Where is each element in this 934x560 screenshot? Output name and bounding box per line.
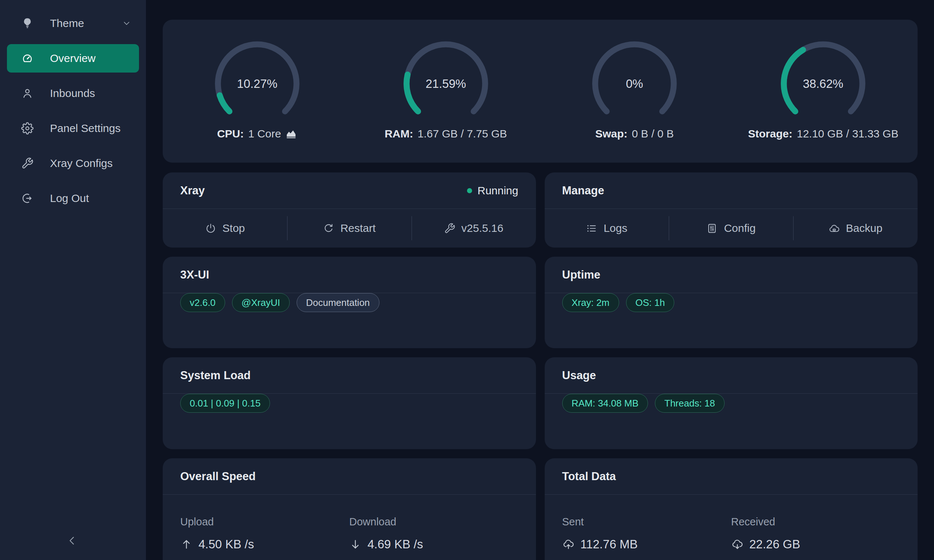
sidebar-item-panel-settings[interactable]: Panel Settings	[0, 111, 146, 146]
download-label: Download	[349, 516, 518, 528]
uptime-card: Uptime Xray: 2mOS: 1h	[545, 257, 918, 348]
card-title: Xray	[180, 184, 205, 197]
card-title: Overall Speed	[180, 470, 256, 483]
status-dot-icon	[467, 188, 472, 193]
config-button[interactable]: Config	[669, 209, 793, 248]
main-content: 10.27%CPU:1 Core 21.59%RAM:1.67 GB / 7.7…	[163, 20, 918, 560]
upload-stat: Upload4.50 KB /s	[180, 516, 349, 551]
card-title: Usage	[562, 369, 596, 382]
tag-0-01-0-09-0-15: 0.01 | 0.09 | 0.15	[180, 394, 270, 413]
uptime-tags: Xray: 2mOS: 1h	[545, 293, 918, 312]
theme-label: Theme	[50, 17, 84, 29]
tag-threads-18: Threads: 18	[655, 394, 724, 413]
list-icon	[586, 223, 597, 234]
logout-icon	[21, 192, 34, 205]
total-data-stats: Sent112.76 MBReceived22.26 GB	[545, 495, 918, 551]
stat-value-text: 22.26 GB	[749, 537, 800, 551]
gauge-label-value: 0 B / 0 B	[632, 128, 674, 140]
person-icon	[21, 87, 34, 100]
sidebar-item-inbounds[interactable]: Inbounds	[0, 76, 146, 111]
manage-actions: LogsConfigBackup	[545, 209, 918, 248]
gauge-arc: 10.27%	[212, 38, 303, 117]
gauge-storage-label: Storage:12.10 GB / 31.33 GB	[748, 128, 898, 140]
bulb-icon	[21, 17, 34, 30]
sidebar-item-log-out[interactable]: Log Out	[0, 181, 146, 216]
arrow-up-icon	[180, 538, 193, 551]
received-label: Received	[731, 516, 900, 528]
system-load-card-header: System Load	[163, 357, 536, 394]
sent-value: 112.76 MB	[562, 537, 731, 551]
sent-label: Sent	[562, 516, 731, 528]
gauge-arc: 0%	[589, 38, 680, 117]
stat-value-text: 4.69 KB /s	[367, 537, 423, 551]
sidebar-collapse-button[interactable]	[61, 530, 83, 552]
received-stat: Received22.26 GB	[731, 516, 900, 551]
gauge-label-bold: CPU:	[217, 128, 244, 140]
sidebar-item-label: Overview	[50, 52, 96, 65]
tag-xrayui[interactable]: @XrayUI	[232, 293, 290, 312]
tag-documentation[interactable]: Documentation	[297, 293, 379, 312]
download-stat: Download4.69 KB /s	[349, 516, 518, 551]
backup-button[interactable]: Backup	[793, 209, 918, 248]
xui-tags: v2.6.0@XrayUIDocumentation	[163, 293, 536, 312]
sidebar-item-overview[interactable]: Overview	[7, 44, 139, 72]
tag-os-1h: OS: 1h	[626, 293, 675, 312]
received-value: 22.26 GB	[731, 537, 900, 551]
chevron-left-icon	[66, 535, 78, 548]
theme-selector[interactable]: Theme	[0, 6, 146, 41]
gauge-label-bold: Swap:	[595, 128, 627, 140]
xray-card: Xray Running StopRestartv25.5.16	[163, 172, 536, 248]
download-value: 4.69 KB /s	[349, 537, 518, 551]
area-chart-icon[interactable]	[285, 128, 297, 140]
gauge-ram: 21.59%RAM:1.67 GB / 7.75 GB	[351, 38, 540, 140]
manage-card: Manage LogsConfigBackup	[545, 172, 918, 248]
uptime-card-header: Uptime	[545, 257, 918, 293]
xray-actions: StopRestartv25.5.16	[163, 209, 536, 248]
logs-button[interactable]: Logs	[545, 209, 669, 248]
total-data-card-header: Total Data	[545, 458, 918, 495]
tag-v2-6-0[interactable]: v2.6.0	[180, 293, 225, 312]
action-label: Config	[724, 222, 755, 234]
status-label: Running	[478, 185, 518, 197]
restart-button[interactable]: Restart	[287, 209, 412, 248]
action-label: Backup	[846, 222, 883, 234]
sidebar-item-label: Log Out	[50, 192, 89, 205]
action-label: Logs	[603, 222, 627, 234]
sidebar-item-xray-configs[interactable]: Xray Configs	[0, 146, 146, 181]
power-icon	[205, 223, 216, 234]
gear-icon	[21, 122, 34, 135]
cloud-down-icon	[731, 538, 744, 551]
cloud-icon	[829, 223, 840, 234]
card-title: Total Data	[562, 470, 616, 483]
chevron-down-icon	[122, 18, 131, 28]
svg-text:0%: 0%	[626, 77, 643, 91]
sent-stat: Sent112.76 MB	[562, 516, 731, 551]
gauge-cpu: 10.27%CPU:1 Core	[163, 38, 351, 140]
xray-status-badge: Running	[467, 185, 518, 197]
card-title: Uptime	[562, 268, 601, 282]
sidebar-item-label: Inbounds	[50, 87, 95, 100]
gauge-label-value: 1.67 GB / 7.75 GB	[418, 128, 507, 140]
system-load-card: System Load 0.01 | 0.09 | 0.15	[163, 357, 536, 449]
tag-ram-34-08-mb: RAM: 34.08 MB	[562, 394, 648, 413]
sidebar-item-label: Xray Configs	[50, 157, 113, 169]
stop-button[interactable]: Stop	[163, 209, 287, 248]
gauge-ram-label: RAM:1.67 GB / 7.75 GB	[385, 128, 507, 140]
xui-card: 3X-UI v2.6.0@XrayUIDocumentation	[163, 257, 536, 348]
gauge-label-bold: Storage:	[748, 128, 792, 140]
overall-speed-card-header: Overall Speed	[163, 458, 536, 495]
cloud-up-icon	[562, 538, 575, 551]
card-title: System Load	[180, 369, 251, 382]
sliders-icon	[706, 223, 718, 234]
version-button[interactable]: v25.5.16	[412, 209, 536, 248]
svg-text:38.62%: 38.62%	[803, 77, 843, 91]
speedometer-icon	[21, 52, 34, 65]
sidebar-nav: OverviewInboundsPanel SettingsXray Confi…	[0, 44, 146, 216]
card-title: 3X-UI	[180, 268, 209, 282]
upload-value: 4.50 KB /s	[180, 537, 349, 551]
xui-card-header: 3X-UI	[163, 257, 536, 293]
gauge-label-bold: RAM:	[385, 128, 413, 140]
gauge-label-value: 12.10 GB / 31.33 GB	[797, 128, 899, 140]
arrow-down-icon	[349, 538, 362, 551]
xray-card-header: Xray Running	[163, 172, 536, 209]
